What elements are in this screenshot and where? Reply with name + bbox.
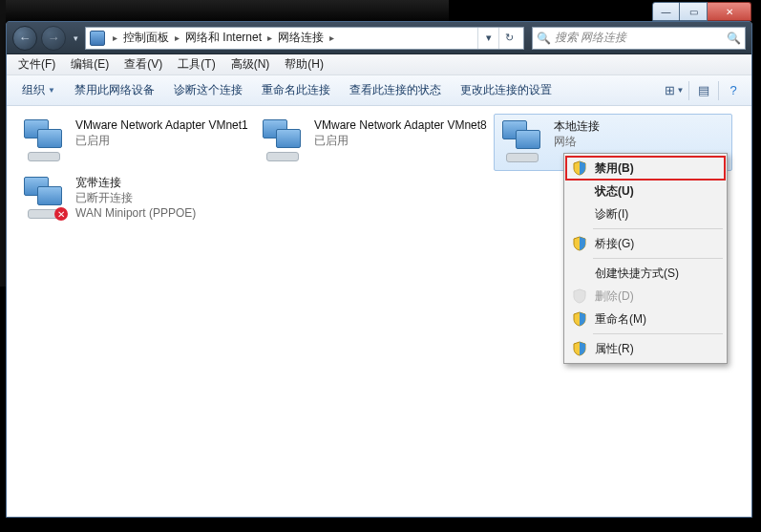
chevron-down-icon: ▼: [48, 86, 55, 95]
ctx-rename[interactable]: 重命名(M): [566, 308, 725, 330]
minimize-button[interactable]: —: [652, 2, 680, 21]
menu-file[interactable]: 文件(F): [11, 54, 63, 74]
close-button[interactable]: ✕: [708, 2, 751, 21]
menu-separator: [593, 228, 723, 229]
shield-icon: [572, 288, 587, 304]
refresh-button[interactable]: ↻: [498, 28, 519, 49]
menu-help[interactable]: 帮助(H): [277, 54, 331, 74]
shield-icon: [572, 160, 587, 176]
ctx-label: 诊断(I): [595, 206, 628, 223]
menu-advanced[interactable]: 高级(N): [223, 54, 278, 74]
connection-detail: WAN Miniport (PPPOE): [75, 205, 196, 221]
menu-view[interactable]: 查看(V): [116, 54, 170, 74]
search-go-icon: 🔍: [727, 32, 741, 45]
search-placeholder: 搜索 网络连接: [555, 30, 626, 46]
ctx-label: 删除(D): [595, 288, 634, 305]
ctx-create-shortcut[interactable]: 创建快捷方式(S): [566, 262, 725, 285]
connection-status: 已启用: [75, 133, 248, 148]
shield-icon: [572, 341, 587, 356]
chevron-icon: ▸: [264, 32, 276, 43]
maximize-button[interactable]: ▭: [680, 2, 708, 21]
search-box[interactable]: 🔍 搜索 网络连接 🔍: [532, 27, 746, 50]
connection-name: 本地连接: [554, 118, 600, 134]
breadcrumb-segment[interactable]: 网络和 Internet: [183, 30, 264, 46]
connection-status: 已启用: [314, 133, 487, 148]
chevron-icon: ▸: [326, 32, 338, 43]
ctx-properties[interactable]: 属性(R): [566, 337, 725, 360]
address-dropdown-button[interactable]: ▾: [477, 28, 498, 49]
menu-edit[interactable]: 编辑(E): [63, 54, 116, 74]
history-dropdown[interactable]: ▾: [70, 30, 81, 47]
menu-separator: [593, 333, 723, 334]
cmd-view-status[interactable]: 查看此连接的状态: [340, 78, 451, 102]
ctx-label: 桥接(G): [595, 236, 634, 252]
connection-sub: 已断开连接: [75, 190, 196, 205]
network-adapter-icon: [500, 118, 544, 162]
chevron-icon: ▸: [171, 32, 183, 43]
connection-item[interactable]: ✕ 宽带连接 已断开连接 WAN Miniport (PPPOE): [16, 171, 264, 228]
menu-separator: [593, 258, 723, 259]
ctx-delete: 删除(D): [566, 285, 725, 308]
ctx-label: 重命名(M): [595, 311, 646, 328]
connection-item[interactable]: VMware Network Adapter VMnet1 已启用: [16, 114, 255, 171]
separator: [718, 81, 719, 100]
chevron-icon: ▸: [109, 32, 121, 43]
breadcrumb-segment[interactable]: 控制面板: [121, 30, 171, 46]
cmd-change-settings[interactable]: 更改此连接的设置: [451, 78, 561, 102]
help-button[interactable]: ?: [721, 79, 746, 102]
ctx-bridge[interactable]: 桥接(G): [566, 232, 725, 255]
connection-sub: 网络: [554, 134, 600, 149]
menu-bar: 文件(F) 编辑(E) 查看(V) 工具(T) 高级(N) 帮助(H): [7, 54, 751, 75]
menu-tools[interactable]: 工具(T): [170, 54, 222, 74]
ctx-status[interactable]: 状态(U): [566, 180, 725, 202]
preview-pane-button[interactable]: ▤: [691, 79, 716, 102]
connection-name: 宽带连接: [75, 175, 196, 190]
navigation-bar: ← → ▾ ▸ 控制面板 ▸ 网络和 Internet ▸ 网络连接 ▸ ▾ ↻…: [7, 22, 751, 54]
cmd-disable-device[interactable]: 禁用此网络设备: [65, 78, 164, 102]
network-adapter-icon: ✕: [22, 175, 66, 219]
command-bar: 组织▼ 禁用此网络设备 诊断这个连接 重命名此连接 查看此连接的状态 更改此连接…: [7, 75, 751, 106]
network-adapter-icon: [261, 117, 305, 161]
disconnected-badge-icon: ✕: [54, 207, 68, 221]
ctx-disable[interactable]: 禁用(B): [566, 157, 725, 180]
view-options-button[interactable]: ⊞▼: [662, 79, 687, 102]
context-menu: 禁用(B) 状态(U) 诊断(I) 桥接(G) 创建快捷方式(S) 删除(D) …: [563, 153, 728, 364]
cmd-organize[interactable]: 组织▼: [12, 78, 65, 102]
cmd-diagnose[interactable]: 诊断这个连接: [164, 78, 252, 102]
connection-name: VMware Network Adapter VMnet8: [314, 117, 487, 133]
address-bar[interactable]: ▸ 控制面板 ▸ 网络和 Internet ▸ 网络连接 ▸ ▾ ↻: [85, 27, 524, 50]
shield-icon: [572, 311, 587, 327]
ctx-label: 禁用(B): [595, 160, 634, 177]
back-button[interactable]: ←: [12, 26, 37, 51]
connection-name: VMware Network Adapter VMnet1: [75, 117, 248, 133]
ctx-label: 创建快捷方式(S): [595, 266, 679, 282]
search-icon: 🔍: [537, 32, 551, 45]
ctx-diagnose[interactable]: 诊断(I): [566, 202, 725, 225]
network-adapter-icon: [22, 117, 66, 161]
shield-icon: [572, 236, 587, 251]
forward-button[interactable]: →: [41, 26, 66, 51]
ctx-label: 状态(U): [595, 183, 634, 200]
separator: [688, 81, 689, 100]
location-icon: [90, 31, 105, 46]
ctx-label: 属性(R): [595, 341, 634, 357]
window-caption-controls: — ▭ ✕: [652, 2, 751, 21]
cmd-rename[interactable]: 重命名此连接: [252, 78, 340, 102]
breadcrumb-segment[interactable]: 网络连接: [276, 30, 326, 46]
connection-item[interactable]: VMware Network Adapter VMnet8 已启用: [255, 114, 494, 171]
